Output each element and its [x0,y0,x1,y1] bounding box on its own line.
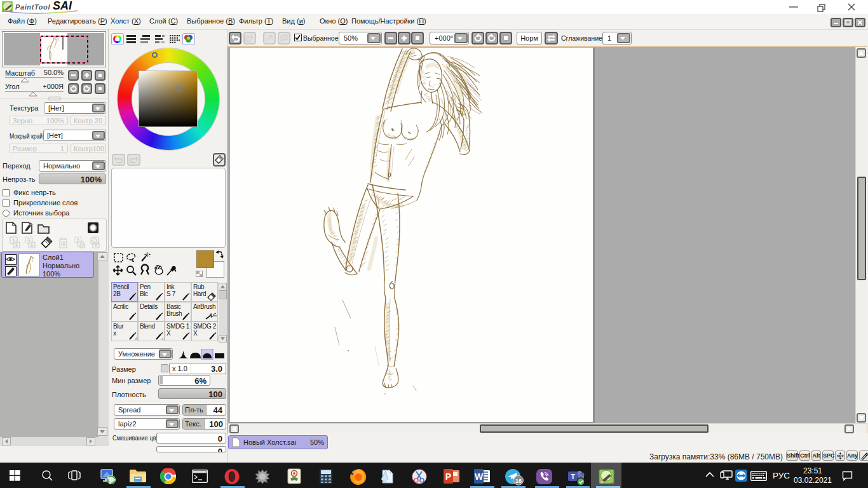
svg-text:T: T [571,473,575,480]
svg-text:16: 16 [515,478,522,484]
svg-text:W: W [475,471,484,482]
svg-text:P: P [445,471,451,482]
